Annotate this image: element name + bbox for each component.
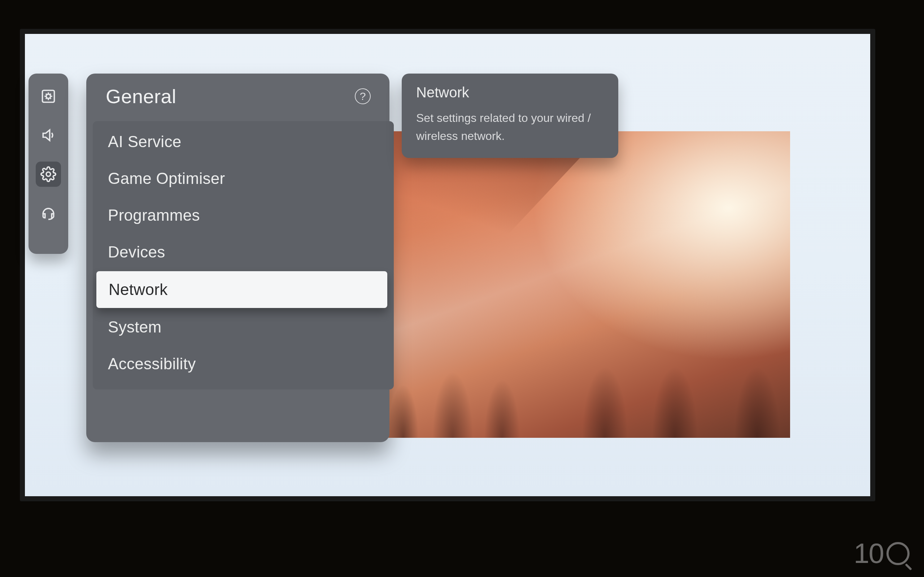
- menu-item-game-optimiser[interactable]: Game Optimiser: [93, 160, 394, 197]
- menu-item-accessibility[interactable]: Accessibility: [93, 345, 394, 382]
- description-title: Network: [416, 84, 604, 101]
- picture-icon[interactable]: [36, 84, 61, 109]
- menu-item-programmes[interactable]: Programmes: [93, 197, 394, 234]
- menu-item-ai-service[interactable]: AI Service: [93, 123, 394, 160]
- menu-item-devices[interactable]: Devices: [93, 234, 394, 271]
- svg-line-6: [46, 94, 47, 95]
- general-settings-panel: General ? AI Service Game Optimiser Prog…: [86, 74, 389, 442]
- svg-line-7: [50, 98, 51, 99]
- menu-item-system[interactable]: System: [93, 309, 394, 345]
- help-button[interactable]: ?: [355, 89, 371, 104]
- svg-point-1: [46, 94, 50, 98]
- settings-category-sidebar: [29, 74, 68, 254]
- panel-header: General ?: [86, 74, 389, 116]
- tv-screen: General ? AI Service Game Optimiser Prog…: [25, 34, 870, 496]
- svg-point-10: [46, 172, 50, 176]
- menu-item-network[interactable]: Network: [96, 271, 387, 308]
- wallpaper-art: [379, 131, 790, 438]
- settings-icon[interactable]: [36, 161, 61, 187]
- watermark-text: 10: [854, 537, 884, 570]
- tv-frame: General ? AI Service Game Optimiser Prog…: [20, 29, 875, 501]
- svg-line-8: [50, 94, 51, 95]
- panel-title: General: [106, 85, 176, 108]
- description-body: Set settings related to your wired / wir…: [416, 109, 604, 145]
- support-icon[interactable]: [36, 200, 61, 226]
- sound-icon[interactable]: [36, 122, 61, 148]
- magnifier-icon: [887, 542, 909, 565]
- svg-line-9: [46, 98, 47, 99]
- watermark: 10: [854, 537, 909, 570]
- general-menu-list: AI Service Game Optimiser Programmes Dev…: [93, 121, 394, 390]
- description-card: Network Set settings related to your wir…: [402, 74, 618, 158]
- svg-rect-0: [43, 90, 55, 102]
